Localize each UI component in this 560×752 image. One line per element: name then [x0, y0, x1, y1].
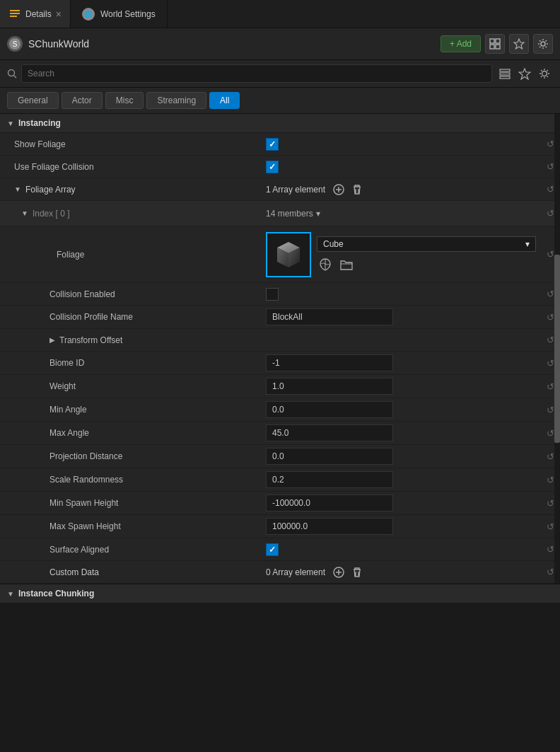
foliage-mesh-value: Cube ▾	[262, 229, 540, 280]
actor-icon: S	[7, 36, 23, 52]
projection-distance-input[interactable]	[266, 448, 393, 465]
details-tab[interactable]: Details ×	[0, 0, 71, 28]
surface-aligned-label: Surface Aligned	[0, 542, 262, 557]
foliage-array-chevron[interactable]: ▼	[14, 185, 21, 193]
svg-rect-0	[10, 10, 20, 11]
collision-enabled-checkbox[interactable]	[266, 288, 279, 301]
custom-data-remove-btn[interactable]	[349, 565, 365, 580]
custom-data-row: Custom Data 0 Array element ↺	[0, 561, 560, 584]
show-foliage-value	[262, 135, 540, 154]
mesh-folder-btn[interactable]	[338, 256, 355, 273]
weight-input[interactable]	[266, 378, 393, 395]
mesh-browse-btn[interactable]	[317, 256, 334, 273]
table-view-icon[interactable]	[496, 65, 513, 82]
foliage-array-value: 1 Array element	[262, 179, 540, 200]
biome-id-label: Biome ID	[0, 355, 262, 371]
instancing-label: Instancing	[18, 118, 61, 128]
min-angle-input[interactable]	[266, 401, 393, 418]
use-foliage-collision-checkbox[interactable]	[266, 161, 279, 173]
actor-name-label: SChunkWorld	[28, 38, 89, 50]
foliage-array-remove-btn[interactable]	[349, 182, 365, 197]
show-foliage-checkbox[interactable]	[266, 138, 279, 151]
custom-data-value: 0 Array element	[262, 562, 540, 583]
search-input[interactable]	[21, 64, 492, 83]
instance-chunking-section-header[interactable]: ▼ Instance Chunking	[0, 584, 560, 603]
collision-profile-value	[262, 306, 540, 328]
scale-randomness-input[interactable]	[266, 471, 393, 488]
scrollbar[interactable]	[554, 114, 560, 584]
world-settings-tab-label: World Settings	[100, 9, 156, 19]
svg-point-17	[542, 71, 547, 76]
svg-rect-6	[496, 39, 500, 43]
tab-general[interactable]: General	[7, 92, 59, 109]
members-dropdown[interactable]: 14 members ▾	[266, 209, 320, 219]
svg-text:S: S	[13, 40, 18, 48]
max-angle-label: Max Angle	[0, 425, 262, 441]
close-icon[interactable]: ×	[56, 8, 62, 20]
transform-chevron[interactable]: ▶	[49, 336, 55, 344]
tab-misc[interactable]: Misc	[105, 92, 144, 109]
foliage-array-add-btn[interactable]	[331, 182, 346, 197]
mesh-thumbnail[interactable]	[266, 232, 311, 277]
collision-profile-label: Collision Profile Name	[0, 309, 262, 325]
add-button[interactable]: + Add	[441, 35, 481, 52]
tab-all[interactable]: All	[209, 92, 240, 109]
settings-button[interactable]	[533, 34, 553, 54]
collision-enabled-row: Collision Enabled ↺	[0, 283, 560, 306]
biome-id-input[interactable]	[266, 354, 393, 371]
collision-profile-input[interactable]	[266, 308, 393, 325]
min-spawn-height-input[interactable]	[266, 494, 393, 511]
filter-settings-icon[interactable]	[536, 65, 553, 82]
layout-button[interactable]	[485, 34, 505, 54]
custom-data-label: Custom Data	[0, 565, 262, 580]
mesh-name-select[interactable]: Cube ▾	[317, 236, 536, 252]
min-angle-row: Min Angle ↺	[0, 398, 560, 422]
header-buttons: + Add	[441, 34, 553, 54]
content-area: ▼ Instancing Show Foliage ↺ Use Foliage …	[0, 114, 560, 584]
svg-rect-8	[496, 45, 500, 49]
svg-rect-13	[500, 69, 510, 71]
members-chevron: ▾	[316, 209, 320, 219]
collision-enabled-label: Collision Enabled	[0, 287, 262, 302]
tab-actor[interactable]: Actor	[62, 92, 103, 109]
scrollbar-thumb[interactable]	[554, 255, 560, 443]
world-settings-tab[interactable]: 🌐 World Settings	[71, 0, 168, 28]
max-spawn-height-input[interactable]	[266, 518, 393, 535]
favorites-icon[interactable]	[516, 65, 533, 82]
custom-data-add-btn[interactable]	[331, 565, 346, 580]
search-bar	[0, 60, 560, 88]
weight-value	[262, 375, 540, 398]
mesh-name-row: Cube ▾	[317, 236, 536, 252]
surface-aligned-checkbox[interactable]	[266, 543, 279, 556]
index-chevron[interactable]: ▼	[21, 209, 28, 217]
projection-distance-label: Projection Distance	[0, 449, 262, 464]
instancing-section-header[interactable]: ▼ Instancing	[0, 114, 560, 133]
max-angle-input[interactable]	[266, 424, 393, 441]
mesh-dropdown-area: Cube ▾	[317, 236, 536, 273]
star-button[interactable]	[509, 34, 529, 54]
svg-rect-15	[500, 76, 510, 79]
min-angle-value	[262, 398, 540, 421]
use-foliage-collision-label: Use Foliage Collision	[0, 159, 262, 175]
max-spawn-height-value	[262, 515, 540, 538]
tab-streaming[interactable]: Streaming	[146, 92, 206, 109]
svg-marker-9	[514, 39, 524, 49]
mesh-action-row	[317, 256, 536, 273]
max-angle-row: Max Angle ↺	[0, 422, 560, 445]
min-spawn-height-row: Min Spawn Height ↺	[0, 492, 560, 515]
world-settings-icon: 🌐	[82, 8, 95, 21]
svg-point-10	[541, 42, 545, 46]
custom-data-actions	[331, 565, 365, 580]
svg-rect-7	[490, 45, 494, 49]
instancing-chevron: ▼	[7, 120, 14, 127]
transform-offset-label: ▶ Transform Offset	[0, 332, 262, 348]
scale-randomness-label: Scale Randomness	[0, 472, 262, 487]
foliage-array-actions	[331, 182, 365, 197]
svg-point-11	[8, 70, 15, 76]
transform-offset-value	[262, 337, 540, 343]
weight-row: Weight ↺	[0, 375, 560, 398]
max-spawn-height-row: Max Spawn Height ↺	[0, 515, 560, 538]
scale-randomness-value	[262, 468, 540, 491]
details-tab-icon	[8, 8, 21, 21]
svg-rect-1	[10, 13, 20, 14]
